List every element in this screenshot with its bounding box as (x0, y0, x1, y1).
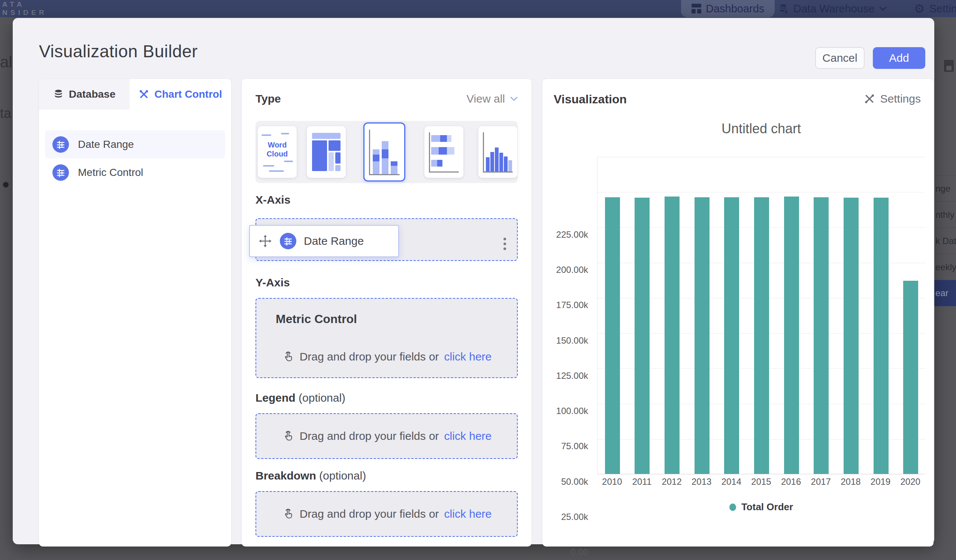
word-cloud-word (284, 161, 293, 162)
stack-seg (437, 160, 442, 166)
chart-bar (635, 198, 649, 474)
x-tick-label: 2017 (806, 477, 836, 487)
thumb-axis (483, 132, 484, 173)
bg-bullet-fragment (3, 182, 9, 188)
breakdown-dropzone[interactable]: Drag and drop your fields or click here (255, 491, 518, 537)
database-icon (53, 89, 64, 100)
add-button[interactable]: Add (873, 47, 925, 69)
view-all-dropdown[interactable]: View all (466, 93, 518, 105)
stack-seg (447, 135, 451, 142)
y-tick-label: 125.00k (543, 370, 588, 381)
nav-item-data-warehouse[interactable]: Data Warehouse (778, 0, 887, 17)
y-tick-label: 75.00k (543, 441, 588, 452)
treemap-block (329, 152, 334, 171)
y-tick-label: 225.00k (543, 229, 588, 240)
y-tick-label: 50.00k (543, 477, 588, 487)
x-tick-label: 2018 (836, 477, 866, 487)
y-tick-label: 100.00k (543, 406, 588, 416)
chip-label: Date Range (304, 235, 364, 248)
chart-type-stacked-bar[interactable] (425, 126, 463, 178)
thumb-axis (429, 171, 459, 173)
chart-type-column[interactable] (478, 126, 517, 178)
stack-seg (373, 162, 379, 174)
y-tick-label: 25.00k (543, 512, 588, 522)
chart-bar (903, 281, 918, 474)
menu-option-fragment-selected[interactable]: ear (934, 280, 956, 306)
chart-bar (844, 198, 859, 474)
move-icon (258, 234, 272, 248)
gridline (598, 192, 925, 192)
stack-seg (391, 162, 398, 166)
y-axis-dropzone[interactable]: Metric Control Drag and drop your fields… (255, 298, 518, 378)
menu-option-fragment[interactable]: nge (934, 175, 956, 201)
stack-seg (382, 158, 388, 174)
x-tick-label: 2014 (717, 477, 747, 487)
stack-seg (431, 160, 437, 166)
x-axis-section-title: X-Axis (255, 193, 290, 206)
tab-database[interactable]: Database (39, 79, 130, 110)
word-cloud-word (269, 170, 284, 172)
field-item-date-range[interactable]: Date Range (45, 130, 225, 158)
nav-item-settings[interactable]: ⚙ Settin (914, 0, 956, 17)
stack-seg (391, 166, 398, 174)
stack-seg (382, 141, 388, 149)
treemap-block (312, 133, 341, 139)
app-logo: ATA NSIDER (2, 0, 47, 17)
treemap-block (335, 165, 341, 171)
menu-option-fragment[interactable]: k Date (934, 227, 956, 254)
menu-option-fragment[interactable]: eekly (934, 254, 956, 280)
x-tick-label: 2012 (657, 477, 687, 487)
x-tick-label: 2010 (597, 477, 627, 487)
view-all-label: View all (466, 93, 505, 105)
chart-bar (784, 196, 799, 474)
chart-title: Untitled chart (597, 121, 925, 136)
date-range-chip-dragging[interactable]: Date Range (249, 225, 399, 257)
type-section-title: Type (255, 93, 281, 105)
chart-type-stacked-column-selected[interactable] (363, 122, 405, 182)
chart-type-word-cloud[interactable]: Word Cloud (258, 126, 297, 178)
chart-bar (874, 198, 888, 474)
stack-seg (440, 135, 447, 142)
legend-dropzone[interactable]: Drag and drop your fields or click here (255, 413, 518, 459)
tune-icon (52, 136, 69, 153)
word-cloud-word (261, 134, 271, 136)
click-here-link[interactable]: click here (444, 430, 492, 442)
chevron-down-icon (510, 97, 518, 101)
chart-bar (754, 197, 769, 474)
data-warehouse-icon (778, 3, 789, 14)
visualization-header: Visualization (553, 93, 627, 106)
field-item-label: Metric Control (78, 166, 143, 179)
tap-hand-icon (282, 350, 294, 363)
click-here-link[interactable]: click here (444, 350, 492, 363)
x-axis-labels: 2010201120122013201420152016201720182019… (597, 477, 925, 490)
tab-chart-control[interactable]: Chart Control (130, 79, 231, 110)
click-here-link[interactable]: click here (444, 508, 492, 520)
kebab-menu-icon[interactable] (503, 235, 506, 252)
chart-bar (665, 196, 679, 474)
y-axis-labels: 0.0025.00k50.00k75.00k100.00k125.00k150.… (542, 157, 593, 474)
visualization-builder-modal: Visualization Builder Cancel Add Databas… (13, 18, 934, 544)
chevron-down-icon (879, 6, 887, 11)
chart-type-treemap[interactable] (307, 126, 346, 178)
bg-text-fragment: ta (0, 105, 11, 121)
chart-legend: Total Order (597, 501, 925, 513)
field-item-label: Date Range (78, 138, 134, 151)
chart-bar (605, 197, 620, 474)
settings-button[interactable]: Settings (864, 93, 921, 105)
x-tick-label: 2013 (687, 477, 717, 487)
legend-label: Legend (255, 392, 296, 404)
gear-icon: ⚙ (914, 2, 925, 16)
field-item-metric-control[interactable]: Metric Control (45, 158, 225, 187)
treemap-block (329, 140, 341, 151)
top-nav-bar: ATA NSIDER Dashboards (0, 0, 956, 17)
nav-item-dashboards[interactable]: Dashboards (681, 0, 775, 17)
legend-series-label: Total Order (741, 501, 793, 513)
logo-line-2: NSIDER (2, 9, 47, 17)
stack-seg (431, 147, 439, 155)
dropzone-text: Drag and drop your fields or (300, 430, 439, 442)
col-bar (495, 147, 498, 171)
visualization-panel: Visualization Settings Untitled chart 0.… (542, 79, 934, 546)
cancel-button[interactable]: Cancel (815, 47, 865, 69)
menu-option-fragment[interactable]: nthly (934, 201, 956, 227)
dropzone-text: Drag and drop your fields or (300, 508, 439, 520)
